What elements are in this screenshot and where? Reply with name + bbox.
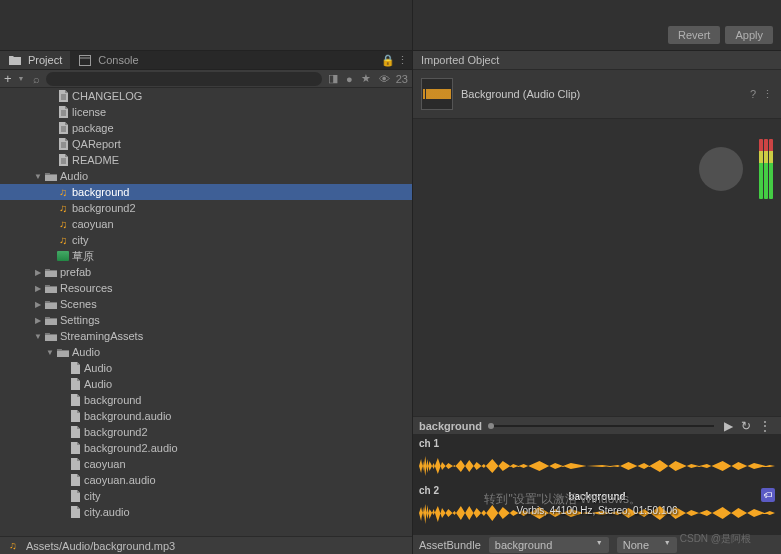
tree-item-label: caoyuan.audio <box>84 474 156 486</box>
tree-item-audio[interactable]: ▼Audio <box>0 344 412 360</box>
inspector-top: Revert Apply <box>413 0 781 51</box>
tree-item-scenes[interactable]: ▶Scenes <box>0 296 412 312</box>
file-icon <box>68 489 82 503</box>
tree-item-audio[interactable]: Audio <box>0 376 412 392</box>
assetbundle-variant-dropdown[interactable]: None▼ <box>617 537 677 553</box>
tree-item-label: StreamingAssets <box>60 330 143 342</box>
expand-arrow-icon[interactable]: ▶ <box>32 316 44 325</box>
search-type-icon[interactable]: ◨ <box>326 72 340 85</box>
expand-arrow-icon[interactable]: ▼ <box>32 332 44 341</box>
tree-item-prefab[interactable]: ▶prefab <box>0 264 412 280</box>
play-button[interactable]: ▶ <box>720 419 737 433</box>
volume-knob[interactable] <box>699 147 743 191</box>
waveform-area: ch 1 ch 2 background Vorbis, 44100 Hz, S… <box>413 434 781 534</box>
tree-item-label: city.audio <box>84 506 130 518</box>
tree-item-label: license <box>72 106 106 118</box>
tree-item-caoyuan[interactable]: caoyuan <box>0 456 412 472</box>
favorite-icon[interactable]: ★ <box>359 72 373 85</box>
add-button[interactable]: + <box>4 71 12 86</box>
play-scrubber[interactable] <box>488 425 714 427</box>
doc-icon <box>56 137 70 151</box>
loop-button[interactable]: ↻ <box>737 419 755 433</box>
tree-item-caoyuan[interactable]: ♫caoyuan <box>0 216 412 232</box>
tree-item-qareport[interactable]: QAReport <box>0 136 412 152</box>
tree-item-background[interactable]: background <box>0 392 412 408</box>
tree-item-background[interactable]: ♫background <box>0 184 412 200</box>
tree-item-background2[interactable]: ♫background2 <box>0 200 412 216</box>
expand-arrow-icon[interactable]: ▼ <box>32 172 44 181</box>
folder-icon <box>8 53 22 67</box>
options-icon[interactable]: ⋮ <box>755 419 775 433</box>
tree-item--[interactable]: 草原 <box>0 248 412 264</box>
help-icon[interactable]: ? <box>750 88 756 101</box>
path-bar: ♫ Assets/Audio/background.mp3 <box>0 536 412 554</box>
tree-item-city[interactable]: ♫city <box>0 232 412 248</box>
preview-area: background ▶ ↻ ⋮ ch 1 ch 2 <box>413 119 781 554</box>
tree-item-label: background <box>72 186 130 198</box>
hidden-count: 23 <box>396 73 408 85</box>
expand-arrow-icon[interactable]: ▶ <box>32 300 44 309</box>
console-icon <box>78 53 92 67</box>
folder-icon <box>44 169 58 183</box>
tree-item-license[interactable]: license <box>0 104 412 120</box>
doc-icon <box>56 121 70 135</box>
audio-icon: ♫ <box>56 217 70 231</box>
search-input[interactable] <box>46 72 323 86</box>
tree-item-settings[interactable]: ▶Settings <box>0 312 412 328</box>
tree-item-label: Audio <box>84 362 112 374</box>
tree-item-changelog[interactable]: CHANGELOG <box>0 88 412 104</box>
revert-button[interactable]: Revert <box>668 26 720 44</box>
hidden-icon[interactable]: 👁 <box>377 73 392 85</box>
tree-item-background2-audio[interactable]: background2.audio <box>0 440 412 456</box>
object-name: Background (Audio Clip) <box>461 88 580 100</box>
search-label-icon[interactable]: ● <box>344 73 355 85</box>
tree-item-streamingassets[interactable]: ▼StreamingAssets <box>0 328 412 344</box>
expand-arrow-icon[interactable]: ▶ <box>32 284 44 293</box>
tree-item-caoyuan-audio[interactable]: caoyuan.audio <box>0 472 412 488</box>
lock-icon[interactable]: 🔒 <box>381 54 395 67</box>
expand-arrow-icon[interactable]: ▼ <box>44 348 56 357</box>
tree-item-audio[interactable]: Audio <box>0 360 412 376</box>
tree-item-background-audio[interactable]: background.audio <box>0 408 412 424</box>
file-icon <box>68 409 82 423</box>
inspector-header: Imported Object <box>413 51 781 70</box>
tree-item-package[interactable]: package <box>0 120 412 136</box>
tree-item-label: background2.audio <box>84 442 178 454</box>
channel-1-label: ch 1 <box>419 438 775 449</box>
doc-icon <box>56 89 70 103</box>
tree-item-background2[interactable]: background2 <box>0 424 412 440</box>
assetbundle-dropdown[interactable]: background▼ <box>489 537 609 553</box>
folder-icon <box>44 297 58 311</box>
tab-project-label: Project <box>28 54 62 66</box>
tree-item-label: Scenes <box>60 298 97 310</box>
tree-item-city-audio[interactable]: city.audio <box>0 504 412 520</box>
object-thumbnail <box>421 78 453 110</box>
audio-icon: ♫ <box>56 201 70 215</box>
label-icon[interactable]: 🏷 <box>761 488 775 502</box>
tree-item-label: background <box>84 394 142 406</box>
menu-icon[interactable]: ⋮ <box>397 54 408 67</box>
tab-project[interactable]: Project <box>0 51 70 69</box>
tab-bar: Project Console 🔒 ⋮ <box>0 51 412 70</box>
tree-item-city[interactable]: city <box>0 488 412 504</box>
add-dropdown-icon[interactable]: ▼ <box>16 75 27 82</box>
tree-item-readme[interactable]: README <box>0 152 412 168</box>
img-icon <box>56 249 70 263</box>
folder-icon <box>44 329 58 343</box>
apply-button[interactable]: Apply <box>725 26 773 44</box>
folder-icon <box>44 313 58 327</box>
file-icon <box>68 425 82 439</box>
tree-item-resources[interactable]: ▶Resources <box>0 280 412 296</box>
preview-playbar: background ▶ ↻ ⋮ <box>413 416 781 434</box>
tree-item-label: city <box>84 490 101 502</box>
project-toolbar: + ▼ ⌕ ◨ ● ★ 👁 23 <box>0 70 412 88</box>
tab-console[interactable]: Console <box>70 51 146 69</box>
expand-arrow-icon[interactable]: ▶ <box>32 268 44 277</box>
preset-icon[interactable]: ⋮ <box>762 88 773 101</box>
watermark: CSDN @是阿根 <box>680 532 751 546</box>
vu-meter <box>759 139 775 199</box>
file-icon <box>68 361 82 375</box>
project-tree[interactable]: CHANGELOGlicensepackageQAReportREADME▼Au… <box>0 88 412 536</box>
tree-item-audio[interactable]: ▼Audio <box>0 168 412 184</box>
waveform-ch1[interactable] <box>419 451 775 481</box>
